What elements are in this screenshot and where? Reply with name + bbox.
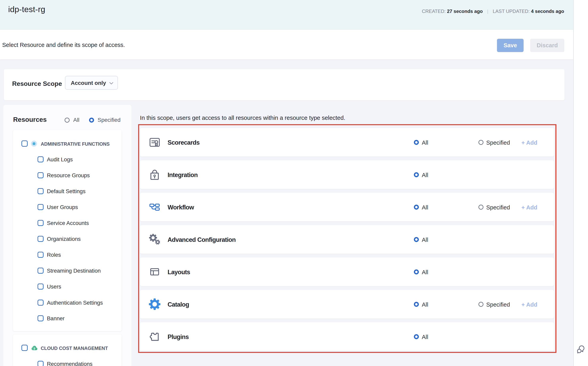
svg-text:$: $: [34, 347, 35, 350]
